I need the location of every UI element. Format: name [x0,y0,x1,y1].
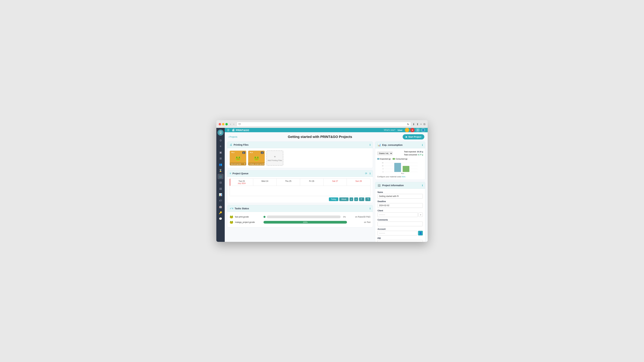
deadline-field-row: Deadline [378,200,423,208]
sidebar-item-robot[interactable]: 🤖 [218,204,224,209]
back-link[interactable]: ‹ Projects [228,136,237,138]
prev-button[interactable]: « [350,197,353,201]
sidebar-item-calc[interactable]: ⊟ [218,180,224,185]
address-bar[interactable]: 🛡 ↻ [237,122,411,126]
file-card[interactable]: PLA 🖨 🐸 fast print.gcode 1 [230,150,246,166]
nav-forward-button[interactable]: › [232,122,235,126]
account-add-button[interactable]: 👤 [418,231,423,236]
sidebar-item-chart[interactable]: 📊 [218,192,224,197]
file-name: fast print.gcode [231,163,241,165]
sidebar-item-data[interactable]: ▤ [218,186,224,191]
queue-info-icon[interactable]: ℹ [370,172,370,175]
traffic-light-green[interactable] [226,123,228,125]
project-info-panel: 🏢 Project information ℹ Name [375,182,425,242]
add-tab-icon[interactable]: + [420,123,422,126]
chart-svg: 15 10 5 0 PLA [377,161,423,175]
total-expected-row: Total expected: 10.16 g [394,150,423,153]
sidebar-item-home[interactable]: ⊙ [218,138,224,143]
refresh-icon[interactable]: ↻ [407,123,409,125]
sidebar-item-tag[interactable]: 🏷 [218,198,224,203]
account-select[interactable]: --------- [378,231,418,236]
sidebar-item-projects[interactable]: ◫ [218,174,224,179]
pid-input[interactable] [378,240,423,242]
calendar-day-header-4: Sat 27 [324,179,347,186]
task-row: 🐸 fast print.gcode 0% on Raise3D P&G [230,214,370,220]
printing-files-title: Printing Files [234,143,368,146]
traffic-lights [219,123,228,125]
configure-here-link[interactable]: here. [402,176,406,178]
shield-icon: 🛡 [238,123,241,125]
legend-expected-label: Expected (g) [380,158,390,160]
sidebar-item-chat[interactable]: 💬 [218,216,224,221]
name-label: Name [378,191,423,193]
traffic-light-yellow[interactable] [222,123,224,125]
share-icon[interactable]: ⬆ [416,123,418,126]
file-type-icon: 🖨 [261,151,264,154]
add-file-card[interactable]: + Add Printing Files [266,150,283,166]
zoom-button[interactable]: 🔎 [365,197,370,201]
today-button[interactable]: Today [329,197,338,201]
day-name: Wed 24 [254,180,275,182]
tabs-icon[interactable]: ⧉ [424,123,425,126]
deadline-input[interactable] [378,203,423,208]
whats-new-link[interactable]: What's new? [384,129,395,131]
comments-input[interactable] [378,222,423,226]
hamburger-icon[interactable]: ☰ [227,129,230,132]
settings-icon[interactable]: ⚙ [416,128,420,132]
next-button[interactable]: » [354,197,358,201]
configure-link-text: Configure your material costs here. [377,176,423,178]
printing-files-info-icon[interactable]: ℹ [370,143,370,146]
download-icon[interactable]: ⬇ [412,123,415,126]
task-file-icon: 🐸 [230,215,233,219]
alert-icon[interactable]: ● [410,128,414,132]
client-select-row: --------- + [378,212,423,217]
sidebar-item-key[interactable]: 🔑 [218,210,224,215]
file-card[interactable]: PLA 🖨 🐸 malaga_project.gcode 1 [248,150,265,166]
page-header: ‹ Projects Getting started with PRINT&GO… [225,132,428,141]
start-project-button[interactable]: ▶ Start Project [403,134,424,139]
legend-consumed-dot [392,158,395,160]
sidebar-item-tools[interactable]: ⊞ [218,156,224,161]
proj-info-help-icon[interactable]: ℹ [422,184,423,187]
queue-content: Tue 23 July 2024 Wed 24 Thu 25 [227,177,373,203]
legend-consumed-label: Consumed (g) [396,158,407,160]
warning-icon[interactable]: ⚡ [405,128,409,132]
proj-info-title: Project information [382,184,420,187]
queue-refresh-icon[interactable]: ⟳ [365,172,367,175]
browser-navigation: ‹ › [230,122,235,126]
search-button[interactable]: 🔍 [359,197,364,201]
content-area: ☰ 🖨 PRINT&GO What's new? User ⚡ ● ⚙ 👤 [225,128,428,242]
client-select[interactable]: --------- [378,212,418,217]
calendar-day-header-1: Wed 24 [253,179,277,186]
nav-back-button[interactable]: ‹ [230,122,232,126]
url-input[interactable] [242,123,406,125]
name-input[interactable] [378,194,423,199]
tasks-info-icon[interactable]: ℹ [370,207,370,210]
week-button[interactable]: Week [339,197,348,201]
proj-info-content: Name Deadline Client [375,189,425,242]
printing-files-icon: 🖨 [230,143,232,146]
month-label: July 2024 [232,182,252,184]
pla-badge: PLA [249,151,254,153]
traffic-light-red[interactable] [219,123,221,125]
unit-select[interactable]: Grams / mL [377,151,392,155]
app-logo[interactable] [218,130,224,136]
sidebar-item-users[interactable]: 👥 [218,162,224,167]
nav-icons: ⚡ ● ⚙ 👤 [405,128,425,132]
account-label: Account [378,228,423,230]
exp-consumption-title: Exp. consumption [382,144,420,146]
sidebar-item-files[interactable]: ≡ [218,144,224,149]
sidebar-item-print[interactable]: ▣ [218,150,224,155]
exp-consumption-icon: 📊 [378,143,381,146]
sidebar: ⊙ ≡ ▣ ⊞ 👥 ⌛ ◫ ⊟ ▤ 📊 🏷 🤖 🔑 💬 [216,128,225,242]
client-add-button[interactable]: + [418,213,423,217]
exp-header-row: Grams / mL Total expected: 10.16 g Total… [377,150,423,156]
user-icon[interactable]: 👤 [421,128,425,132]
calendar-header-row: Tue 23 July 2024 Wed 24 Thu 25 [230,179,370,186]
comments-field-row: Comments [378,219,423,226]
exp-info-icon[interactable]: ℹ [422,144,423,146]
top-navigation-bar: ☰ 🖨 PRINT&GO What's new? User ⚡ ● ⚙ 👤 [225,128,428,132]
task-row: 🐸 malaga_project.gcode 100% on [230,220,370,225]
client-label: Client [378,210,423,212]
sidebar-item-time[interactable]: ⌛ [218,168,224,173]
